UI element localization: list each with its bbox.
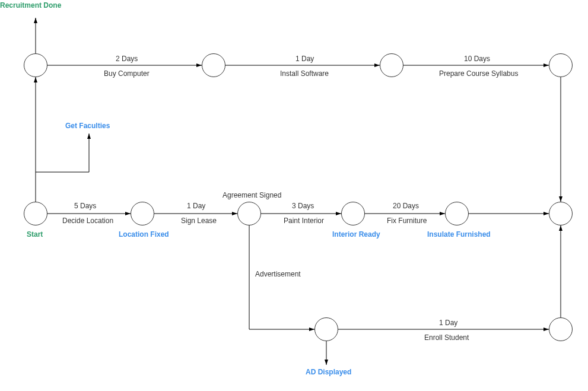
label-insulate-furnished: Insulate Furnished [427,230,491,239]
edge-prepare-syllabus-task: Prepare Course Syllabus [439,69,518,78]
edge-advertisement-task: Advertisement [255,270,301,278]
node-top-4 [549,53,573,77]
label-location-fixed: Location Fixed [119,230,169,239]
label-agreement-signed: Agreement Signed [223,191,281,199]
edge-paint-interior-task: Paint Interior [284,217,324,225]
node-ad [314,317,338,341]
edge-enroll-student-duration: 1 Day [439,319,457,327]
node-top-left [24,53,47,77]
node-agreement-signed [237,202,261,225]
edge-buy-computer-task: Buy Computer [104,69,150,78]
node-end-merge [549,202,573,225]
label-get-faculties: Get Faculties [65,122,110,130]
label-start: Start [27,230,43,239]
node-interior-ready [341,202,365,225]
node-top-3 [380,53,403,77]
edge-paint-interior-duration: 3 Days [292,202,314,210]
node-top-2 [202,53,225,77]
edge-fix-furniture-task: Fix Furniture [387,217,427,225]
edge-install-software-duration: 1 Day [295,55,314,63]
edge-buy-computer-duration: 2 Days [116,55,138,63]
diagram-arrows [0,0,588,391]
edge-sign-lease-task: Sign Lease [181,217,217,225]
edge-prepare-syllabus-duration: 10 Days [464,55,490,63]
node-location-fixed [131,202,154,225]
edge-install-software-task: Install Software [280,69,329,78]
label-ad-displayed: AD Displayed [306,368,351,376]
node-start [24,202,47,225]
node-insulate-furnished [445,202,469,225]
node-enroll-end [549,317,573,341]
edge-sign-lease-duration: 1 Day [187,202,205,210]
edge-decide-location-task: Decide Location [62,217,113,225]
edge-enroll-student-task: Enroll Student [424,333,469,342]
edge-fix-furniture-duration: 20 Days [393,202,419,210]
edge-decide-location-duration: 5 Days [74,202,96,210]
label-interior-ready: Interior Ready [332,230,380,239]
title-recruitment-done: Recruitment Done [0,1,61,9]
